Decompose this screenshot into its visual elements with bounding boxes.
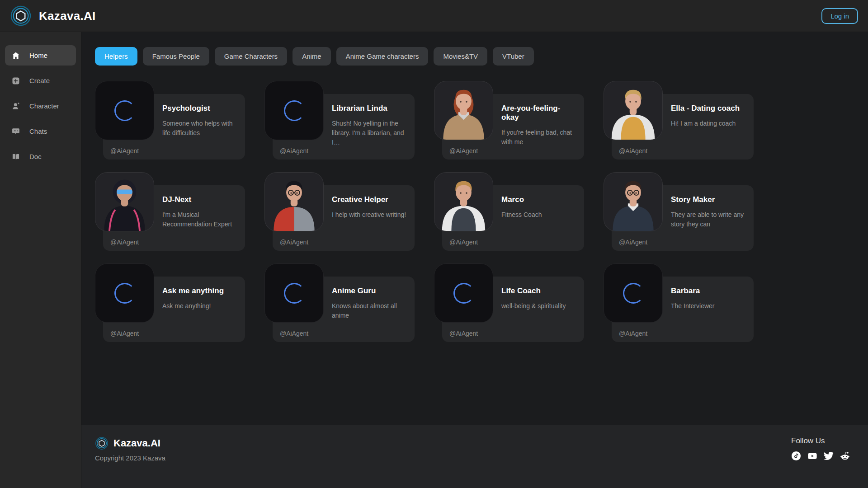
footer-brand: Kazava.AI (95, 436, 165, 450)
card-avatar-portrait (434, 81, 493, 140)
character-card-creative-helper[interactable]: Creative Helper I help with creative wri… (264, 172, 415, 251)
card-description: I help with creative writing! (332, 210, 406, 220)
card-avatar (95, 263, 154, 323)
brand[interactable]: Kazava.AI (10, 5, 96, 27)
page: Kazava.AI Log in HomeCreateCharacterChat… (0, 0, 868, 488)
card-avatar (604, 263, 663, 323)
card-agent-handle: @AiAgent (619, 239, 647, 246)
character-card-story-maker[interactable]: Story Maker They are able to write any s… (604, 172, 754, 251)
card-avatar (434, 263, 493, 323)
character-card-are-you-feeling-okay[interactable]: Are-you-feeling-okay If you're feeling b… (434, 81, 584, 160)
sidebar-item-label: Character (29, 102, 59, 110)
card-agent-handle: @AiAgent (449, 147, 478, 155)
character-icon (11, 102, 20, 111)
character-card-life-coach[interactable]: Life Coach well-being & spirituality @Ai… (434, 263, 584, 342)
character-card-ella-dating-coach[interactable]: Ella - Dating coach Hi! I am a dating co… (604, 81, 754, 160)
tab-helpers[interactable]: Helpers (95, 47, 137, 66)
card-description: Hi! I am a dating coach (671, 119, 745, 128)
social-icons (791, 451, 850, 461)
character-card-librarian-linda[interactable]: Librarian Linda Shush! No yelling in the… (264, 81, 415, 160)
sidebar-item-chats[interactable]: Chats (5, 121, 76, 141)
card-title: Story Maker (671, 195, 745, 204)
loading-spinner-icon (284, 283, 305, 304)
card-title: Psychologist (162, 104, 237, 113)
sidebar-item-label: Create (29, 77, 50, 84)
sidebar-item-character[interactable]: Character (5, 96, 76, 116)
category-tabs: HelpersFamous PeopleGame CharactersAnime… (95, 47, 868, 66)
footer-brand-title: Kazava.AI (113, 437, 160, 449)
sidebar-item-label: Home (29, 52, 47, 59)
youtube-icon[interactable] (807, 451, 817, 461)
footer: Kazava.AI Copyright 2023 Kazava Follow U… (81, 425, 868, 488)
tab-movies-tv[interactable]: Movies&TV (434, 47, 487, 66)
card-description: I'm a Musical Recommendation Expert (162, 210, 237, 229)
card-title: Ask me anything (162, 286, 237, 296)
tab-anime-game-characters[interactable]: Anime Game characters (336, 47, 429, 66)
follow-us-label: Follow Us (791, 436, 825, 446)
card-agent-handle: @AiAgent (280, 147, 308, 155)
character-card-ask-me-anything[interactable]: Ask me anything Ask me anything! @AiAgen… (95, 263, 245, 342)
card-description: They are able to write any story they ca… (671, 210, 745, 229)
character-card-anime-guru[interactable]: Anime Guru Knows about almost all anime … (264, 263, 415, 342)
footer-left: Kazava.AI Copyright 2023 Kazava (95, 436, 165, 488)
footer-kazava-logo-icon (95, 436, 108, 450)
loading-spinner-icon (114, 100, 135, 121)
card-avatar (264, 263, 324, 323)
brand-title: Kazava.AI (39, 9, 96, 23)
main-content: HelpersFamous PeopleGame CharactersAnime… (81, 32, 868, 425)
card-title: Life Coach (501, 286, 576, 296)
card-avatar-portrait (604, 81, 663, 140)
character-card-barbara[interactable]: Barbara The Interviewer @AiAgent (604, 263, 754, 342)
tab-game-characters[interactable]: Game Characters (215, 47, 287, 66)
doc-icon (11, 152, 20, 161)
card-agent-handle: @AiAgent (449, 239, 478, 246)
card-avatar-portrait (604, 172, 663, 231)
loading-spinner-icon (623, 283, 644, 304)
card-description: If you're feeling bad, chat with me (501, 128, 576, 147)
tiktok-icon[interactable] (791, 451, 801, 461)
card-title: Barbara (671, 286, 745, 296)
card-agent-handle: @AiAgent (619, 330, 647, 337)
card-agent-handle: @AiAgent (619, 147, 647, 155)
tab-famous-people[interactable]: Famous People (143, 47, 209, 66)
character-grid: Psychologist Someone who helps with life… (95, 81, 868, 342)
tab-anime[interactable]: Anime (292, 47, 331, 66)
card-title: Librarian Linda (332, 104, 406, 113)
twitter-icon[interactable] (824, 451, 834, 461)
card-title: Are-you-feeling-okay (501, 104, 576, 122)
copyright-text: Copyright 2023 Kazava (95, 454, 165, 462)
card-avatar-portrait (434, 172, 493, 231)
footer-social: Follow Us (791, 436, 850, 488)
character-card-marco[interactable]: Marco Fitness Coach @AiAgent (434, 172, 584, 251)
card-description: Knows about almost all anime (332, 301, 406, 320)
card-avatar (95, 81, 154, 140)
character-card-dj-next[interactable]: DJ-Next I'm a Musical Recommendation Exp… (95, 172, 245, 251)
card-title: Anime Guru (332, 286, 406, 296)
main-column: HelpersFamous PeopleGame CharactersAnime… (81, 32, 868, 488)
home-icon (11, 51, 20, 60)
card-agent-handle: @AiAgent (110, 239, 139, 246)
sidebar-item-create[interactable]: Create (5, 70, 76, 91)
card-title: DJ-Next (162, 195, 237, 204)
card-description: well-being & spirituality (501, 301, 576, 311)
card-avatar-portrait (95, 172, 154, 231)
card-description: Shush! No yelling in the library. I'm a … (332, 119, 406, 147)
loading-spinner-icon (284, 100, 305, 121)
card-avatar-portrait (264, 172, 324, 231)
card-agent-handle: @AiAgent (110, 330, 139, 337)
card-description: Fitness Coach (501, 210, 576, 220)
tab-vtuber[interactable]: VTuber (493, 47, 534, 66)
card-description: Someone who helps with life difficulties (162, 119, 237, 138)
card-agent-handle: @AiAgent (449, 330, 478, 337)
card-avatar (264, 81, 324, 140)
chats-icon (11, 127, 20, 136)
create-icon (11, 76, 20, 85)
login-button[interactable]: Log in (821, 8, 858, 24)
character-card-psychologist[interactable]: Psychologist Someone who helps with life… (95, 81, 245, 160)
card-agent-handle: @AiAgent (280, 330, 308, 337)
card-title: Creative Helper (332, 195, 406, 204)
reddit-icon[interactable] (840, 451, 850, 461)
sidebar-item-home[interactable]: Home (5, 45, 76, 66)
card-agent-handle: @AiAgent (110, 147, 139, 155)
sidebar-item-doc[interactable]: Doc (5, 146, 76, 167)
